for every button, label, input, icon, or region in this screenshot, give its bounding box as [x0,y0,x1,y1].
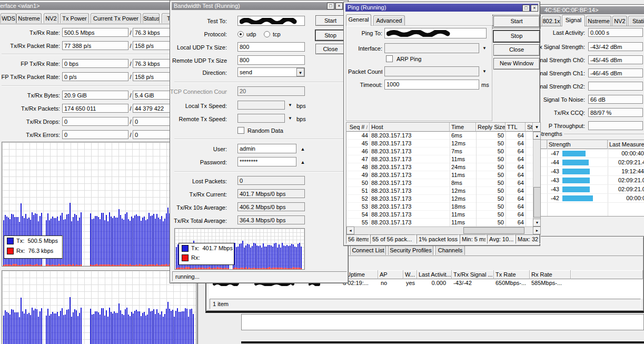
timeout-input[interactable]: 1000 [384,80,479,90]
local-tx-speed-input[interactable] [237,101,285,110]
strength-row[interactable]: -4402:09:21.4 [540,158,644,167]
ping-table-row[interactable]: 4788.203.157.17311ms5064 [346,155,533,163]
wlan-tab-current-tx-power[interactable]: Current Tx Power [91,13,141,23]
ping-table-row[interactable]: 5488.203.157.17311ms5064 [346,211,533,219]
remote-udp-size-input[interactable]: 800 [237,55,305,65]
column-select-button[interactable]: ▼ [533,123,541,132]
ping-table-row[interactable]: 5388.203.157.17318ms5064 [346,203,533,211]
start-button[interactable]: Start [315,15,345,26]
maximize-button[interactable]: □ [327,3,334,9]
strength-row[interactable]: -4302:09:21.0 [540,176,644,185]
strength-row[interactable]: -4700:00:40. [540,149,644,158]
close-button[interactable]: Close [315,44,345,54]
stop-button[interactable]: Stop [493,31,540,42]
station-tab-nstreme[interactable]: Nstreme [586,16,611,26]
remote-tx-speed-input[interactable] [237,114,285,123]
protocol-udp-radio[interactable] [237,31,244,37]
restore-button[interactable]: □ [522,5,530,12]
start-button[interactable]: Start [493,16,540,27]
host-column-header[interactable]: Host [370,123,450,132]
password-expand-icon[interactable]: ▲ [300,160,306,165]
remote-tx-dropdown-icon[interactable]: ▼ [287,116,293,121]
user-expand-icon[interactable]: ▲ [300,146,306,152]
close-icon[interactable]: × [531,5,538,12]
ping-table-row[interactable]: 5188.203.157.17312ms5064 [346,187,533,195]
interface-select[interactable] [384,43,479,53]
strength-col0-header[interactable] [540,140,547,149]
direction-dropdown-icon[interactable]: ▼ [296,68,304,76]
bandwidth-window-titlebar[interactable]: Bandwidth Test (Running) [172,2,346,10]
ping-window-titlebar[interactable]: Ping (Running) [345,4,538,12]
station-tab-signal[interactable]: Signal [562,15,585,26]
local-udp-size-input[interactable]: 800 [237,42,305,52]
strength-column-header[interactable]: Strength [547,140,608,149]
arp-ping-checkbox[interactable] [386,55,393,62]
station-tab-802-1x[interactable]: 802.1x [542,16,561,26]
strength-row[interactable]: -4302:09:21.0 [540,185,644,194]
tx-rate-column-header[interactable]: Tx Rate [494,270,530,279]
wlan-tab-nv2[interactable]: NV2 [44,13,58,23]
local-tx-dropdown-icon[interactable]: ▼ [287,103,293,108]
close-icon[interactable]: × [335,3,343,9]
vertical-scroll-thumb[interactable] [533,187,541,218]
tab-channels[interactable]: Channels [435,245,465,255]
ping-table-row[interactable]: 4888.203.157.17324ms5064 [346,163,533,171]
tab-advanced[interactable]: Advanced [373,15,405,25]
traffic-bar [134,311,135,344]
status-column-header[interactable]: Sta [526,123,533,132]
wds-column-header[interactable]: W... [403,270,417,279]
wlan-tab-status[interactable]: Status [143,13,160,23]
seq-column-header[interactable]: Seq # / [346,123,370,132]
time-column-header[interactable]: Time [450,123,476,132]
tab-connect-list[interactable]: Connect List [350,245,386,255]
scroll-right-button[interactable]: ► [533,227,541,234]
traffic-bar-rx [160,265,161,266]
uptime-column-header[interactable]: Uptime [345,270,378,279]
station-tab-statistics[interactable]: Statistics [628,16,644,26]
ping-table-row[interactable]: 4988.203.157.17311ms5064 [346,171,533,179]
traffic-bar-rx [181,268,182,269]
test-to-input[interactable] [237,16,305,26]
signal-column-header[interactable]: Tx/Rx Signal ... [452,270,494,279]
traffic-bar [147,314,148,344]
stat-value-tx: 0 p/s [62,72,128,81]
packet-count-select[interactable] [384,66,479,76]
ttl-column-header[interactable]: TTL [506,123,526,132]
strength-row[interactable]: -4319:12:44. [540,167,644,176]
packet-count-dropdown-icon[interactable]: ▼ [481,69,488,74]
wlan-tab-tx-power[interactable]: Tx Power [60,13,89,23]
scroll-down-button[interactable]: ▼ [533,219,541,227]
ap-column-header[interactable]: AP [378,270,403,279]
user-input[interactable]: admin [237,144,296,153]
ping-table-row[interactable]: 4488.203.157.1736ms5064 [346,132,533,140]
interface-dropdown-icon[interactable]: ▼ [481,46,488,51]
random-data-checkbox[interactable] [237,127,244,134]
last-measure-column-header[interactable]: Last Measure [608,140,644,149]
last-activity-column-header[interactable]: Last Activit... [417,270,452,279]
password-input[interactable]: ******** [237,157,296,166]
stop-button[interactable]: Stop [315,30,345,41]
scroll-left-button[interactable]: ◄ [346,227,354,234]
close-button[interactable]: Close [493,44,540,56]
protocol-tcp-radio[interactable] [264,31,270,37]
direction-select[interactable]: send [237,67,305,77]
ping-to-input[interactable] [384,28,487,38]
ping-table-row[interactable]: 5588.203.157.17311ms5064 [346,219,533,227]
strength-row[interactable]: -4200:00:0 [540,194,644,203]
tab-security-profiles[interactable]: Security Profiles [388,245,433,255]
ping-table-row[interactable]: 5088.203.157.1738ms5064 [346,179,533,187]
ping-table-row[interactable]: 4588.203.157.17312ms5064 [346,140,533,148]
wlan-window-titlebar[interactable]: Interface <wlan1> [0,2,196,10]
ping-table-row[interactable]: 4688.203.157.1737ms5064 [346,148,533,155]
lost-packets-value: 0 [237,176,305,185]
ping-table-row[interactable]: 5288.203.157.17312ms5064 [346,195,533,203]
wlan-tab-wds[interactable]: WDS [1,13,16,23]
wlan-tab-nstreme[interactable]: Nstreme [16,13,42,23]
tab-general[interactable]: General [346,14,371,26]
new-window-button[interactable]: New Window [493,58,540,70]
horizontal-scroll-thumb[interactable] [463,227,524,234]
station-tab-nv2[interactable]: NV2 [612,16,627,26]
reply-size-column-header[interactable]: Reply Size [476,123,506,132]
scroll-up-button[interactable]: ▲ [533,132,541,140]
rx-rate-column-header[interactable]: Rx Rate [530,270,571,279]
